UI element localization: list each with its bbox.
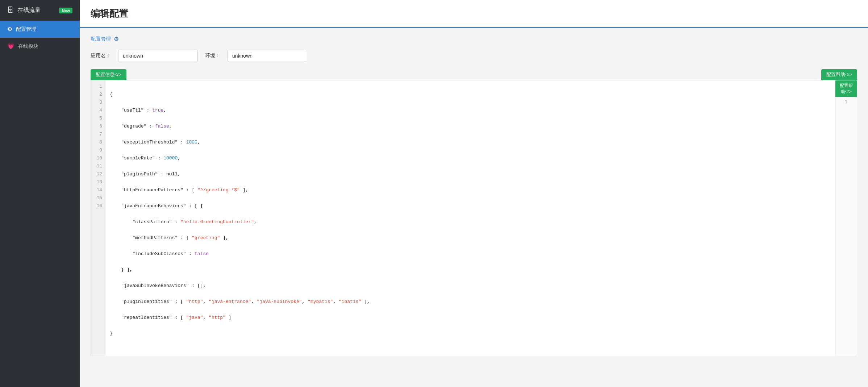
module-icon: 💗: [7, 43, 14, 50]
line-num-6: 6: [94, 122, 102, 130]
env-label: 环境：: [205, 53, 220, 59]
main-content: 编辑配置 配置管理 ⚙ 应用名： 环境： 配置信息</> 配置帮助</> 1: [80, 0, 868, 387]
code-line-9: "classPattern" : "hello.GreetingControll…: [110, 218, 831, 226]
app-name-label: 应用名：: [91, 53, 111, 59]
line-num-3: 3: [94, 99, 102, 107]
code-line-10: "methodPatterns" : [ "greeting" ],: [110, 234, 831, 242]
code-editor[interactable]: 1 2 3 4 5 6 7 8 9 10 11 12 13 14: [91, 80, 835, 356]
line-num-13: 13: [94, 178, 102, 186]
env-input[interactable]: [228, 50, 307, 62]
code-line-13: "javaSubInvokeBehaviors" : [],: [110, 282, 831, 290]
breadcrumb-link[interactable]: 配置管理: [91, 36, 111, 42]
code-line-16: }: [110, 330, 831, 338]
tabs-row: 配置信息</> 配置帮助</>: [91, 69, 857, 80]
sidebar-item-config[interactable]: ⚙ 配置管理: [0, 21, 80, 38]
code-line-11: "includeSubClasses" : false: [110, 250, 831, 258]
page-body: 配置管理 ⚙ 应用名： 环境： 配置信息</> 配置帮助</> 1 2 3: [80, 28, 868, 363]
line-num-15: 15: [94, 194, 102, 202]
page-header: 编辑配置: [80, 0, 868, 28]
page-title: 编辑配置: [91, 7, 857, 20]
line-numbers: 1 2 3 4 5 6 7 8 9 10 11 12 13 14: [91, 80, 105, 356]
database-icon: 🗄: [7, 7, 14, 14]
line-num-5: 5: [94, 115, 102, 122]
code-line-1: {: [110, 91, 831, 99]
app-name-input[interactable]: [118, 50, 198, 62]
line-num-2: 2: [94, 91, 102, 99]
help-tab-header: 配置帮助</>: [835, 80, 857, 97]
line-num-10: 10: [94, 154, 102, 162]
line-num-12: 12: [94, 170, 102, 178]
code-line-3: "degrade" : false,: [110, 122, 831, 130]
line-num-8: 8: [94, 138, 102, 146]
code-line-14: "pluginIdentities" : [ "http", "java-ent…: [110, 298, 831, 306]
form-row: 应用名： 环境：: [91, 50, 857, 62]
config-tab-button[interactable]: 配置信息</>: [91, 69, 126, 80]
line-num-11: 11: [94, 162, 102, 170]
code-line-4: "exceptionThreshold" : 1000,: [110, 138, 831, 146]
line-num-9: 9: [94, 146, 102, 154]
sidebar-item-module-label: 在线模块: [18, 43, 38, 50]
sidebar-logo: 🗄 在线流量 New: [0, 0, 80, 21]
code-line-5: "sampleRate" : 10000,: [110, 154, 831, 162]
code-line-6: "pluginsPath" : null,: [110, 170, 831, 178]
line-num-7: 7: [94, 130, 102, 138]
editor-main: 1 2 3 4 5 6 7 8 9 10 11 12 13 14: [91, 80, 835, 356]
code-line-12: } ],: [110, 266, 831, 274]
config-icon: ⚙: [7, 26, 12, 33]
code-line-15: "repeatIdentities" : [ "java", "http" ]: [110, 314, 831, 322]
code-line-8: "javaEntranceBehaviors" : [ {: [110, 202, 831, 210]
breadcrumb: 配置管理 ⚙: [91, 36, 857, 42]
new-badge: New: [59, 8, 72, 13]
line-num-1: 1: [94, 83, 102, 91]
breadcrumb-settings-icon: ⚙: [114, 36, 119, 42]
help-line-num: 1: [835, 97, 857, 107]
sidebar-item-config-label: 配置管理: [16, 26, 36, 33]
editor-help-panel: 配置帮助</> 1: [835, 80, 857, 356]
logo-text: 在线流量: [17, 7, 41, 14]
code-content: { "useTtl" : true, "degrade" : false, "e…: [105, 80, 835, 356]
sidebar: 🗄 在线流量 New ⚙ 配置管理 💗 在线模块: [0, 0, 80, 387]
help-tab-button[interactable]: 配置帮助</>: [821, 69, 857, 80]
line-num-4: 4: [94, 107, 102, 115]
sidebar-item-module[interactable]: 💗 在线模块: [0, 38, 80, 55]
code-line-2: "useTtl" : true,: [110, 107, 831, 115]
line-num-14: 14: [94, 186, 102, 194]
line-num-16: 16: [94, 202, 102, 210]
editor-container: 1 2 3 4 5 6 7 8 9 10 11 12 13 14: [91, 80, 857, 356]
code-line-7: "httpEntrancePatterns" : [ "^/greeting.*…: [110, 186, 831, 194]
